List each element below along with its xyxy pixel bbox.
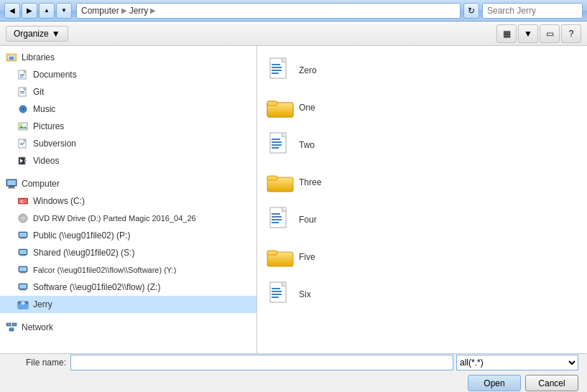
list-item[interactable]: Six (260, 276, 584, 313)
forward-button[interactable]: ▶ (22, 3, 37, 19)
file-icon-five (266, 243, 295, 271)
path-separator-2: ▶ (150, 6, 156, 14)
sidebar-item-subversion[interactable]: Subversion (0, 135, 256, 152)
list-item[interactable]: Three (260, 164, 584, 201)
svg-rect-27 (9, 186, 14, 187)
search-input[interactable] (482, 3, 583, 19)
list-item[interactable]: Zero (260, 52, 584, 89)
view-dropdown-button[interactable]: ▼ (518, 24, 538, 43)
git-icon (17, 86, 29, 98)
svg-rect-73 (272, 139, 280, 140)
jerry-label: Jerry (33, 299, 52, 309)
filename-label: File name: (9, 358, 66, 368)
sidebar-separator-2 (0, 313, 256, 319)
refresh-button[interactable]: ↻ (463, 3, 479, 19)
falcor-y-icon (17, 264, 29, 276)
svg-rect-62 (272, 64, 280, 65)
svg-rect-42 (19, 267, 27, 271)
software-z-icon (17, 281, 29, 293)
svg-rect-87 (272, 294, 282, 295)
computer-icon (6, 178, 17, 190)
sidebar-item-documents[interactable]: Documents (0, 66, 256, 83)
music-label: Music (33, 104, 55, 114)
svg-rect-39 (19, 250, 27, 254)
sidebar-item-videos[interactable]: Videos (0, 152, 256, 169)
shared-s-label: Shared (\\eug01file02) (S:) (33, 248, 134, 258)
svg-rect-26 (7, 180, 16, 185)
filename-input[interactable] (70, 355, 453, 370)
public-p-icon (17, 230, 29, 241)
svg-rect-37 (20, 238, 26, 239)
svg-rect-78 (272, 216, 282, 218)
sidebar-item-software-z[interactable]: Software (\\eug01file02\\flow) (Z:) (0, 279, 256, 296)
sidebar-item-computer[interactable]: Computer (0, 175, 256, 192)
svg-rect-70 (272, 141, 282, 143)
svg-rect-59 (272, 67, 282, 68)
file-icon-zero (266, 56, 295, 85)
svg-rect-20 (20, 143, 24, 144)
svg-rect-11 (20, 93, 24, 93)
sidebar-item-pictures[interactable]: Pictures (0, 118, 256, 135)
music-icon: ♪ (17, 103, 29, 115)
file-name-zero: Zero (299, 65, 317, 75)
list-item[interactable]: Two (260, 126, 584, 164)
videos-label: Videos (33, 156, 59, 166)
preview-pane-button[interactable]: ▭ (540, 24, 560, 43)
help-icon: ? (569, 29, 574, 39)
svg-rect-21 (20, 144, 23, 145)
file-name-one: One (299, 103, 315, 113)
svg-point-55 (14, 324, 15, 325)
sidebar-item-public-p[interactable]: Public (\\eug01file02) (P:) (0, 227, 256, 244)
open-button[interactable]: Open (468, 375, 521, 391)
network-icon (6, 322, 17, 333)
cancel-button[interactable]: Cancel (525, 375, 578, 391)
videos-icon (17, 155, 29, 167)
svg-rect-46 (20, 289, 26, 291)
windows-c-icon: C: (17, 195, 29, 207)
view-toggle-button[interactable]: ▦ (496, 24, 517, 43)
jerry-icon (17, 299, 29, 310)
sidebar-item-network[interactable]: Network (0, 319, 256, 336)
file-list: Zero One (257, 46, 587, 353)
organize-button[interactable]: Organize ▼ (6, 26, 68, 42)
bottom-bar: File name: all(*.*) Open Cancel (0, 353, 587, 392)
pictures-label: Pictures (33, 121, 64, 131)
list-item[interactable]: Five (260, 238, 584, 276)
dvd-d-icon (17, 213, 29, 224)
sidebar-item-libraries[interactable]: Libraries (0, 49, 256, 66)
help-button[interactable]: ? (561, 24, 581, 43)
sidebar-item-falcor-y[interactable]: Falcor (\\eug01file02\\flow\\Software) (… (0, 261, 256, 279)
cancel-label: Cancel (538, 378, 565, 388)
sidebar-item-dvd-d[interactable]: DVD RW Drive (D:) Parted Magic 2016_04_2… (0, 210, 256, 227)
file-icon-three (266, 168, 295, 197)
main-container: Libraries Documents (0, 46, 587, 353)
sidebar-separator-1 (0, 169, 256, 175)
computer-label: Computer (22, 179, 60, 189)
svg-point-54 (8, 324, 9, 325)
view-icon: ▦ (503, 29, 511, 39)
svg-rect-89 (272, 288, 280, 289)
path-bar[interactable]: Computer ▶ Jerry ▶ (76, 3, 461, 19)
sidebar-item-shared-s[interactable]: Shared (\\eug01file02) (S:) (0, 244, 256, 261)
open-label: Open (484, 378, 504, 388)
svg-rect-72 (272, 147, 279, 149)
recent-locations-button[interactable]: ▼ (56, 3, 72, 19)
up-button[interactable]: ▲ (39, 3, 55, 19)
sidebar-item-git[interactable]: Git (0, 83, 256, 101)
svg-rect-61 (272, 73, 279, 74)
file-icon-six (266, 280, 295, 309)
svg-rect-60 (272, 70, 282, 71)
back-button[interactable]: ◀ (4, 3, 20, 19)
sidebar-item-music[interactable]: ♪ Music (0, 101, 256, 118)
sidebar-item-jerry[interactable]: Jerry (0, 296, 256, 313)
path-root: Computer (81, 6, 119, 16)
view-arrow-icon: ▼ (524, 29, 532, 39)
list-item[interactable]: One (260, 89, 584, 126)
svg-rect-40 (20, 255, 26, 256)
sidebar-item-windows-c[interactable]: C: Windows (C:) (0, 192, 256, 210)
software-z-label: Software (\\eug01file02\\flow) (Z:) (33, 282, 160, 292)
shared-s-icon (17, 247, 29, 258)
filetype-select[interactable]: all(*.*) (456, 355, 578, 370)
list-item[interactable]: Four (260, 201, 584, 238)
svg-rect-45 (19, 284, 27, 289)
